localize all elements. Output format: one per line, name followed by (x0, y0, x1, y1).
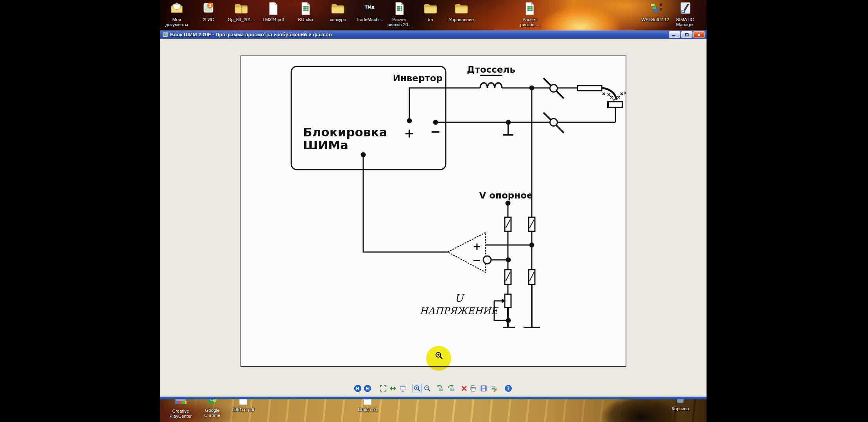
toolbar-actual-size-button[interactable] (388, 384, 398, 393)
desktop-icon-label: tl081cp.pdf (232, 407, 254, 412)
junction-dot (506, 318, 510, 322)
svg-text:ТМд: ТМд (365, 5, 375, 9)
desktop-icon-gp-83-201[interactable]: Gp_83_201... (224, 1, 259, 22)
save-icon (480, 384, 488, 392)
desktop-icon-label: Управление (449, 17, 474, 22)
desktop-icon-label: конкурс (330, 17, 346, 22)
breaker-symbol (550, 119, 558, 126)
toolbar-zoom-out-button[interactable] (423, 384, 432, 393)
inductor-coil (480, 83, 502, 88)
window-bottom-border (160, 397, 707, 399)
excel-doc-icon (298, 1, 314, 16)
window-body: Инвертор Блокировка ШИМа + − Дтоссель (160, 39, 707, 397)
toolbar-previous-image-button[interactable] (353, 384, 362, 393)
desktop-icon-lm324-pdf[interactable]: LM324.pdf (256, 1, 291, 22)
toolbar-rotate-clockwise-button[interactable] (435, 384, 445, 393)
video-frame: Мои документы22ГИСGp_83_201...LM324.pdfK… (0, 0, 868, 422)
zip-folder-icon (233, 1, 249, 16)
delete-icon (460, 384, 468, 392)
desktop-icon-label: Корзина (672, 406, 689, 411)
viewer-window: Болк ШИМ 2.GIF - Программа просмотра изо… (160, 30, 707, 399)
rotate-clockwise-icon (436, 384, 444, 392)
rotate-counterclockwise-icon (447, 384, 455, 392)
electrode (608, 102, 622, 107)
2gis-app-icon: 2 (201, 1, 216, 16)
label-block-1: Блокировка (303, 125, 387, 139)
desktop-icon-label: TradeMachi... (356, 17, 383, 22)
folder-icon (330, 1, 346, 16)
label-vref: V опорное (479, 190, 533, 200)
minimize-button[interactable] (669, 31, 680, 38)
desktop-icon-мои-документы[interactable]: Мои документы (160, 1, 194, 27)
desktop-icon-label: Расчёт рисков ... (520, 17, 539, 27)
label-block-2: ШИМа (303, 138, 348, 152)
desktop-icon-tm[interactable]: tm (413, 1, 448, 22)
close-button[interactable]: x (693, 31, 705, 38)
toolbar-best-fit-button[interactable] (378, 384, 388, 393)
desktop-icon-label: Google Chrome (204, 408, 221, 418)
toolbar-zoom-in-button[interactable] (412, 384, 422, 393)
label-u-2: НАПРЯЖЕНИЕ (420, 306, 499, 316)
zoom-in-icon (413, 384, 421, 392)
maximize-icon (685, 33, 689, 36)
desktop-icon-label: WPLSoft 2.12 (642, 17, 669, 22)
desktop-icon-label: Creative PlayCenter (170, 409, 192, 419)
desktop-icon-label: LM324.pdf (263, 17, 284, 22)
desktop-icon-расч-т-рисков[interactable]: Расчёт рисков ... (512, 1, 547, 27)
wplsoft-app-icon: XY (647, 1, 663, 16)
desktop-icon-simatic-manager[interactable]: SIMATIC Manager (667, 1, 703, 27)
print-icon (469, 384, 477, 392)
simatic-app-icon (677, 1, 693, 16)
desktop: Мои документы22ГИСGp_83_201...LM324.pdfK… (160, 0, 707, 422)
actual-size-icon (389, 384, 397, 392)
toolbar-start-slideshow-button[interactable] (398, 384, 407, 393)
label-opamp-minus: − (472, 254, 481, 266)
desktop-icon-label: 2ГИС (203, 17, 214, 22)
window-controls: x (669, 31, 705, 38)
excel-doc-icon (392, 1, 407, 16)
toolbar-next-image-button[interactable] (363, 384, 372, 393)
resistor (577, 86, 602, 91)
label-minus-terminal: − (430, 124, 441, 139)
help-icon: ? (504, 384, 512, 392)
folder-icon (423, 1, 438, 16)
image-canvas: Инвертор Блокировка ШИМа + − Дтоссель (240, 55, 626, 367)
desktop-icon-label: KU.xlsx (298, 17, 314, 22)
ground-symbol (524, 284, 540, 327)
comparator-triangle (448, 232, 486, 272)
toolbar-print-button[interactable] (468, 384, 478, 393)
label-choke: Дтоссель (467, 64, 515, 75)
zoom-out-icon (423, 384, 431, 392)
desktop-icon-label: Расчёт рисков 20... (387, 17, 412, 27)
ground-symbol (503, 308, 515, 327)
label-plus-terminal: + (404, 126, 415, 141)
folder-icon (454, 1, 469, 16)
toolbar-save-button[interactable] (479, 384, 488, 393)
svg-text:Y: Y (659, 8, 662, 12)
trademachine-app-icon: ТМд (362, 1, 377, 16)
maximize-button[interactable] (681, 31, 692, 38)
wire (409, 88, 480, 121)
minimize-icon (672, 35, 675, 36)
svg-text:?: ? (507, 386, 510, 391)
desktop-icon-расч-т-рисков-20[interactable]: Расчёт рисков 20... (382, 1, 417, 27)
toolbar-edit-button[interactable] (489, 384, 499, 393)
my-documents-icon (169, 1, 185, 16)
toolbar-rotate-counterclockwise-button[interactable] (446, 384, 456, 393)
desktop-icon-управление[interactable]: Управление (444, 1, 479, 22)
excel-doc-icon (522, 1, 538, 16)
toolbar-delete-button[interactable] (459, 384, 469, 393)
title-bar[interactable]: Болк ШИМ 2.GIF - Программа просмотра изо… (160, 30, 707, 39)
breaker-symbol (550, 85, 558, 92)
desktop-icon-конкурс[interactable]: конкурс (320, 1, 355, 22)
label-u-1: U (455, 292, 465, 304)
toolbar-help-button[interactable]: ? (504, 384, 513, 393)
desktop-icon-label: Cmtcn.txt (358, 407, 377, 412)
previous-image-icon (354, 384, 362, 392)
picture-viewer-app-icon (162, 32, 168, 38)
desktop-icon-ku-xlsx[interactable]: KU.xlsx (288, 1, 323, 22)
desktop-icon-2гис[interactable]: 22ГИС (191, 1, 226, 22)
desktop-icon-label: Gp_83_201... (228, 17, 255, 22)
next-image-icon (364, 384, 371, 392)
best-fit-icon (379, 384, 387, 392)
